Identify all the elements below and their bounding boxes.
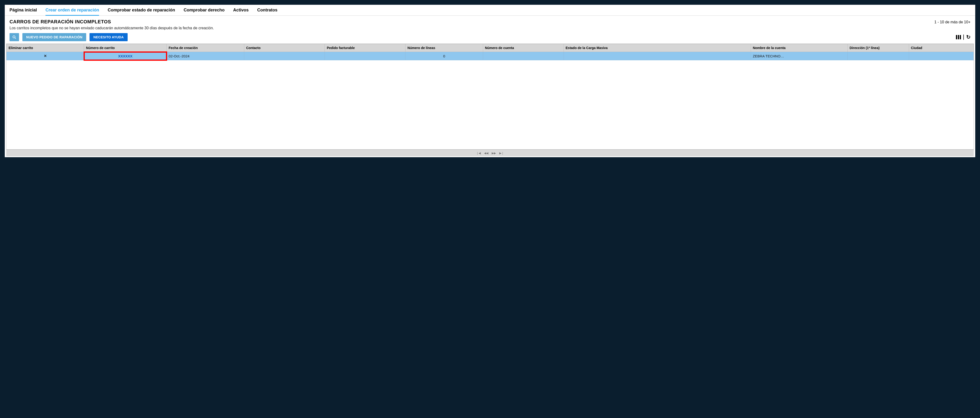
creation-date-cell: 02-Oct.-2024 [167,52,244,60]
col-contact[interactable]: Contacto [244,44,325,52]
table-row[interactable]: ✕ XXXXXX 02-Oct.-2024 0 ZEBRA TECHNO… [7,52,974,60]
account-name-cell: ZEBRA TECHNO… [751,52,848,60]
col-address1[interactable]: Dirección (1ª línea) [848,44,909,52]
nav-tabs: Página inicial Crear orden de reparación… [5,5,975,16]
new-repair-order-button[interactable]: NUEVO PEDIDO DE RAPARACIÓN [22,33,86,41]
pager: ❘◀ ◀◀ ▶▶ ▶❘ [6,150,974,156]
page-count-label: 1 - 10 de más de 10+ [934,20,970,24]
tab-contracts[interactable]: Contratos [257,5,277,16]
page-title: CARROS DE REPARACIÓN INCOMPLETOS [10,19,111,24]
col-cart-number[interactable]: Número de carrito [84,44,167,52]
app-frame: Página inicial Crear orden de reparación… [5,5,975,157]
refresh-icon[interactable]: ↻ [966,34,970,40]
repair-carts-table: Eliminar carrito Número de carrito Fecha… [6,44,974,141]
tab-home[interactable]: Página inicial [10,5,37,16]
col-bulk-status[interactable]: Estado de la Carga Masiva [563,44,751,52]
tab-check-repair-status[interactable]: Comprobar estado de reparación [108,5,175,16]
col-line-count[interactable]: Número de líneas [406,44,483,52]
account-number-cell [483,52,563,60]
toolbar-divider [963,35,964,40]
pager-next-icon[interactable]: ▶▶ [492,152,496,155]
contact-cell [244,52,325,60]
line-count-cell: 0 [406,52,483,60]
page-subtitle: Los carritos incompletos que no se hayan… [10,26,970,30]
pager-prev-icon[interactable]: ◀◀ [484,152,488,155]
col-creation-date[interactable]: Fecha de creación [167,44,244,52]
toolbar: NUEVO PEDIDO DE RAPARACIÓN NECESITO AYUD… [5,32,975,43]
tab-assets[interactable]: Activos [233,5,248,16]
col-account-name[interactable]: Nombre de la cuenta [751,44,848,52]
col-delete-cart[interactable]: Eliminar carrito [7,44,84,52]
address1-cell [848,52,909,60]
bulk-status-cell [563,52,751,60]
svg-point-0 [13,36,15,38]
table-scroll[interactable]: Eliminar carrito Número de carrito Fecha… [6,43,974,150]
tab-create-repair-order[interactable]: Crear orden de reparación [46,5,99,16]
tab-check-entitlement[interactable]: Comprobar derecho [184,5,224,16]
cart-number-link[interactable]: XXXXXX [118,54,132,58]
search-button[interactable] [10,33,19,41]
col-account-number[interactable]: Número de cuenta [483,44,563,52]
search-icon [13,35,16,39]
col-billable-order[interactable]: Pedido facturable [325,44,406,52]
pager-first-icon[interactable]: ❘◀ [476,152,481,155]
svg-line-1 [15,38,16,39]
city-cell [909,52,973,60]
pager-last-icon[interactable]: ▶❘ [499,152,504,155]
table-header-row: Eliminar carrito Número de carrito Fecha… [7,44,974,52]
col-city[interactable]: Ciudad [909,44,973,52]
page-header: CARROS DE REPARACIÓN INCOMPLETOS 1 - 10 … [5,16,975,32]
billable-order-cell [325,52,406,60]
table-blank-area [7,60,974,141]
delete-cart-icon[interactable]: ✕ [7,52,84,60]
need-help-button[interactable]: NECESITO AYUDA [89,33,127,41]
cart-number-cell[interactable]: XXXXXX [84,52,167,60]
table-container: Eliminar carrito Número de carrito Fecha… [6,43,974,156]
columns-icon[interactable] [956,35,961,39]
